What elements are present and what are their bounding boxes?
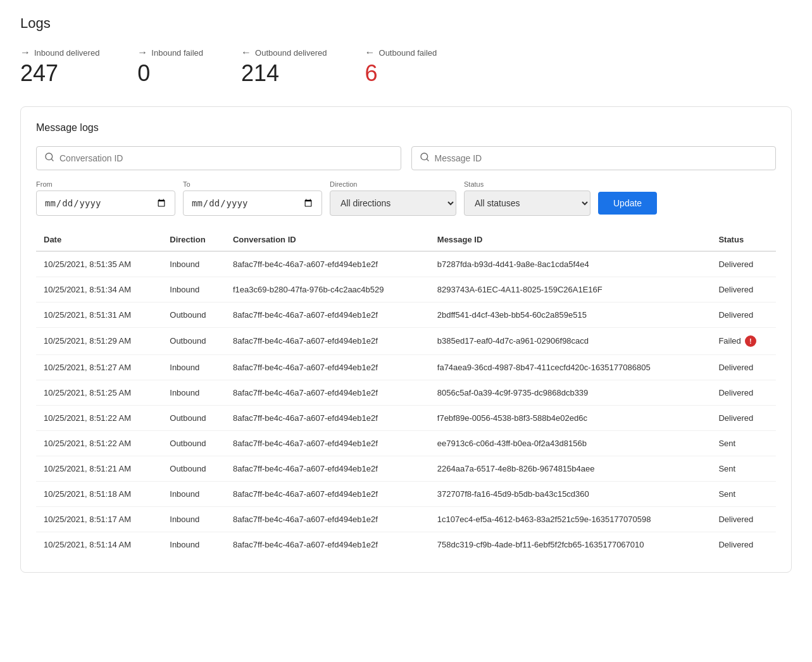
cell-message-id: b385ed17-eaf0-4d7c-a961-02906f98cacd [430,327,711,354]
cell-conversation-id: f1ea3c69-b280-47fa-976b-c4c2aac4b529 [225,277,430,302]
col-message-id: Message ID [430,228,711,251]
cell-conversation-id: 8afac7ff-be4c-46a7-a607-efd494eb1e2f [225,380,430,405]
svg-line-3 [427,159,428,161]
search-row [36,146,776,170]
cell-conversation-id: 8afac7ff-be4c-46a7-a607-efd494eb1e2f [225,251,430,277]
status-select[interactable]: All statusesDeliveredFailedSent [464,190,590,216]
cell-status: Sent [711,481,776,506]
stat-inbound-failed-value: 0 [137,61,203,86]
table-row: 10/25/2021, 8:51:22 AMOutbound8afac7ff-b… [36,430,776,456]
cell-message-id: 1c107ec4-ef5a-4612-b463-83a2f521c59e-163… [430,506,711,532]
inbound-delivered-icon: → [20,47,30,58]
col-direction: Direction [162,228,225,251]
outbound-failed-icon: ← [365,47,375,58]
cell-date: 10/25/2021, 8:51:29 AM [36,327,162,354]
stat-inbound-delivered-value: 247 [20,61,99,86]
cell-direction: Inbound [162,277,225,302]
table-row: 10/25/2021, 8:51:21 AMOutbound8afac7ff-b… [36,456,776,481]
table-row: 10/25/2021, 8:51:27 AMInbound8afac7ff-be… [36,354,776,380]
card-title: Message logs [36,122,776,134]
failed-icon: ! [745,335,756,347]
stat-inbound-delivered: → Inbound delivered 247 [20,47,99,86]
cell-status: Sent [711,430,776,456]
stat-outbound-failed-label: Outbound failed [379,48,437,58]
stat-outbound-delivered: ← Outbound delivered 214 [241,47,327,86]
cell-direction: Inbound [162,354,225,380]
message-id-input[interactable] [435,153,768,163]
table-header-row: Date Direction Conversation ID Message I… [36,228,776,251]
table-row: 10/25/2021, 8:51:31 AMOutbound8afac7ff-b… [36,302,776,327]
table-body: 10/25/2021, 8:51:35 AMInbound8afac7ff-be… [36,251,776,557]
cell-date: 10/25/2021, 8:51:22 AM [36,405,162,430]
cell-message-id: 758dc319-cf9b-4ade-bf11-6ebf5f2fcb65-163… [430,532,711,557]
status-select-label: Status [464,180,590,188]
cell-direction: Inbound [162,481,225,506]
cell-message-id: 2264aa7a-6517-4e8b-826b-9674815b4aee [430,456,711,481]
to-date-wrap: To [183,180,322,216]
cell-conversation-id: 8afac7ff-be4c-46a7-a607-efd494eb1e2f [225,405,430,430]
cell-date: 10/25/2021, 8:51:31 AM [36,302,162,327]
cell-status: Delivered [711,380,776,405]
cell-direction: Inbound [162,532,225,557]
cell-date: 10/25/2021, 8:51:34 AM [36,277,162,302]
cell-status: Sent [711,456,776,481]
table-row: 10/25/2021, 8:51:35 AMInbound8afac7ff-be… [36,251,776,277]
cell-direction: Inbound [162,251,225,277]
cell-message-id: ee7913c6-c06d-43ff-b0ea-0f2a43d8156b [430,430,711,456]
stat-inbound-delivered-label: Inbound delivered [34,48,99,58]
col-status: Status [711,228,776,251]
table-row: 10/25/2021, 8:51:22 AMOutbound8afac7ff-b… [36,405,776,430]
cell-message-id: 8293743A-61EC-4A11-8025-159C26A1E16F [430,277,711,302]
table-row: 10/25/2021, 8:51:18 AMInbound8afac7ff-be… [36,481,776,506]
message-logs-table: Date Direction Conversation ID Message I… [36,228,776,557]
cell-direction: Outbound [162,430,225,456]
col-date: Date [36,228,162,251]
cell-status: Delivered [711,532,776,557]
to-date-input[interactable] [183,190,322,216]
cell-status: Delivered [711,354,776,380]
table-row: 10/25/2021, 8:51:25 AMInbound8afac7ff-be… [36,380,776,405]
cell-date: 10/25/2021, 8:51:14 AM [36,532,162,557]
from-date-input[interactable] [36,190,175,216]
cell-date: 10/25/2021, 8:51:25 AM [36,380,162,405]
table-row: 10/25/2021, 8:51:17 AMInbound8afac7ff-be… [36,506,776,532]
cell-date: 10/25/2021, 8:51:18 AM [36,481,162,506]
cell-status: Failed ! [711,327,776,354]
cell-conversation-id: 8afac7ff-be4c-46a7-a607-efd494eb1e2f [225,327,430,354]
cell-direction: Inbound [162,380,225,405]
cell-direction: Outbound [162,327,225,354]
conversation-id-input[interactable] [59,153,393,163]
cell-date: 10/25/2021, 8:51:21 AM [36,456,162,481]
table-row: 10/25/2021, 8:51:29 AMOutbound8afac7ff-b… [36,327,776,354]
stats-row: → Inbound delivered 247 → Inbound failed… [20,47,792,86]
stat-outbound-delivered-value: 214 [241,61,327,86]
cell-conversation-id: 8afac7ff-be4c-46a7-a607-efd494eb1e2f [225,532,430,557]
stat-outbound-failed-value: 6 [365,61,437,86]
cell-direction: Outbound [162,456,225,481]
cell-message-id: 2bdff541-d4cf-43eb-bb54-60c2a859e515 [430,302,711,327]
message-search-icon [420,152,430,165]
message-logs-card: Message logs Fro [20,106,792,573]
cell-direction: Inbound [162,506,225,532]
cell-status: Delivered [711,302,776,327]
status-select-wrap: Status All statusesDeliveredFailedSent [464,180,590,216]
stat-outbound-failed: ← Outbound failed 6 [365,47,437,86]
table-container: Date Direction Conversation ID Message I… [36,228,776,557]
from-date-wrap: From [36,180,175,216]
cell-date: 10/25/2021, 8:51:27 AM [36,354,162,380]
update-button[interactable]: Update [598,192,657,215]
svg-line-1 [51,159,53,161]
direction-select-wrap: Direction All directionsInboundOutbound [330,180,456,216]
cell-message-id: f7ebf89e-0056-4538-b8f3-588b4e02ed6c [430,405,711,430]
cell-conversation-id: 8afac7ff-be4c-46a7-a607-efd494eb1e2f [225,354,430,380]
stat-inbound-failed-label: Inbound failed [151,48,203,58]
cell-status: Delivered [711,251,776,277]
direction-select[interactable]: All directionsInboundOutbound [330,190,456,216]
cell-message-id: fa74aea9-36cd-4987-8b47-411cecfd420c-163… [430,354,711,380]
cell-date: 10/25/2021, 8:51:35 AM [36,251,162,277]
stat-outbound-delivered-label: Outbound delivered [255,48,327,58]
cell-status: Delivered [711,506,776,532]
outbound-delivered-icon: ← [241,47,251,58]
message-search-box [411,146,777,170]
stat-inbound-failed: → Inbound failed 0 [137,47,203,86]
